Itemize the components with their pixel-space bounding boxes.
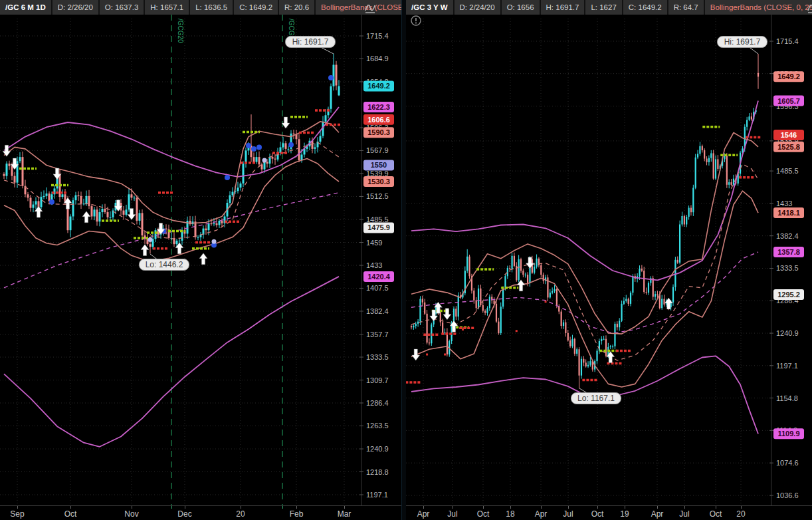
- candle[interactable]: [14, 176, 16, 183]
- candle[interactable]: [139, 213, 141, 221]
- chart-panel-weekly[interactable]: /GC 3 Y W D: 2/24/20O: 1656H: 1691.7L: 1…: [406, 0, 812, 520]
- candle[interactable]: [686, 217, 687, 225]
- candle[interactable]: [455, 309, 457, 317]
- candle[interactable]: [661, 299, 662, 309]
- candle[interactable]: [484, 311, 486, 313]
- candle[interactable]: [83, 203, 85, 204]
- candle[interactable]: [706, 159, 707, 162]
- candle[interactable]: [195, 221, 197, 237]
- candle[interactable]: [176, 241, 178, 244]
- candle[interactable]: [514, 256, 515, 266]
- candle[interactable]: [473, 291, 474, 301]
- candle[interactable]: [697, 154, 698, 157]
- candle[interactable]: [338, 86, 340, 95]
- candle[interactable]: [35, 201, 37, 204]
- candle[interactable]: [486, 308, 488, 313]
- candle[interactable]: [540, 265, 542, 275]
- candle[interactable]: [468, 257, 470, 276]
- candle[interactable]: [256, 157, 258, 162]
- candle[interactable]: [710, 153, 712, 158]
- candle[interactable]: [646, 292, 647, 293]
- candle[interactable]: [314, 147, 316, 148]
- axis-scale-icon[interactable]: [363, 2, 377, 14]
- candle[interactable]: [298, 139, 300, 160]
- candle[interactable]: [33, 205, 35, 208]
- candle[interactable]: [219, 221, 221, 225]
- candle[interactable]: [205, 229, 207, 231]
- candle[interactable]: [75, 195, 77, 201]
- candle[interactable]: [272, 157, 274, 158]
- candle[interactable]: [500, 307, 502, 333]
- candle[interactable]: [72, 200, 74, 216]
- candle[interactable]: [657, 294, 658, 295]
- candle[interactable]: [612, 346, 613, 347]
- candle[interactable]: [476, 301, 477, 309]
- candle[interactable]: [746, 120, 748, 126]
- candle[interactable]: [211, 223, 213, 224]
- candle[interactable]: [688, 208, 690, 217]
- candle[interactable]: [751, 116, 752, 119]
- candle[interactable]: [717, 159, 718, 168]
- candle[interactable]: [458, 295, 459, 317]
- candle[interactable]: [320, 136, 322, 141]
- candle[interactable]: [536, 259, 537, 267]
- candle[interactable]: [569, 340, 571, 346]
- candle[interactable]: [672, 287, 674, 303]
- candle[interactable]: [19, 157, 21, 161]
- candle[interactable]: [730, 182, 732, 185]
- candle[interactable]: [110, 217, 112, 218]
- candle[interactable]: [43, 196, 45, 197]
- time-axis[interactable]: AprJulOct18AprJulOct19AprJulOct20: [406, 505, 812, 520]
- candle[interactable]: [538, 259, 540, 265]
- candle[interactable]: [22, 157, 24, 186]
- candle[interactable]: [96, 209, 98, 221]
- candle[interactable]: [502, 288, 504, 307]
- candle[interactable]: [653, 278, 654, 297]
- candle[interactable]: [692, 188, 694, 212]
- candle[interactable]: [442, 323, 443, 333]
- candle[interactable]: [601, 339, 602, 341]
- axis-scale-icon[interactable]: [806, 2, 812, 14]
- candle[interactable]: [30, 197, 32, 207]
- candle[interactable]: [336, 65, 338, 85]
- candle[interactable]: [583, 359, 584, 363]
- candle[interactable]: [213, 223, 215, 224]
- candle[interactable]: [632, 276, 633, 293]
- candle[interactable]: [429, 342, 430, 343]
- candle[interactable]: [179, 241, 181, 241]
- candle[interactable]: [266, 162, 268, 164]
- symbol-timeframe-label[interactable]: /GC 3 Y W: [406, 0, 453, 15]
- candle[interactable]: [330, 86, 332, 109]
- candle[interactable]: [232, 192, 234, 195]
- candle[interactable]: [91, 206, 93, 216]
- candle[interactable]: [282, 143, 284, 147]
- candle[interactable]: [293, 134, 295, 134]
- candle[interactable]: [699, 146, 700, 154]
- candle[interactable]: [221, 221, 223, 223]
- candle[interactable]: [554, 289, 555, 291]
- candle[interactable]: [240, 184, 242, 188]
- symbol-timeframe-label[interactable]: /GC 6 M 1D: [0, 0, 51, 15]
- candle[interactable]: [561, 312, 562, 326]
- candle[interactable]: [447, 332, 448, 354]
- candle[interactable]: [578, 349, 579, 376]
- time-axis[interactable]: SepOctNovDec20FebMar: [0, 505, 401, 520]
- candle[interactable]: [679, 224, 680, 262]
- candle[interactable]: [49, 194, 51, 201]
- candle[interactable]: [27, 194, 29, 197]
- candle[interactable]: [695, 158, 696, 188]
- candle[interactable]: [285, 143, 287, 149]
- candle[interactable]: [677, 260, 678, 263]
- candle[interactable]: [136, 197, 138, 221]
- candle[interactable]: [142, 213, 144, 235]
- candle[interactable]: [288, 149, 290, 150]
- candle[interactable]: [556, 289, 558, 306]
- candle[interactable]: [107, 212, 109, 217]
- candle[interactable]: [511, 256, 512, 269]
- candle[interactable]: [41, 197, 43, 207]
- candle[interactable]: [274, 159, 276, 160]
- candle[interactable]: [520, 259, 522, 271]
- candle[interactable]: [88, 196, 90, 206]
- candle[interactable]: [482, 305, 484, 311]
- candle[interactable]: [415, 324, 417, 326]
